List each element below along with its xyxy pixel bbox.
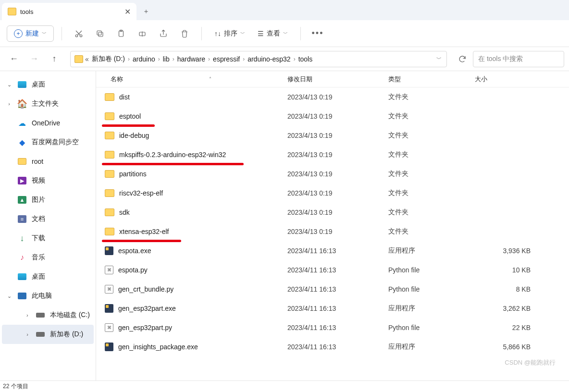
sidebar-item-label: 图片 bbox=[32, 196, 45, 204]
file-row[interactable]: riscv32-esp-elf 2023/4/13 0:19 文件夹 bbox=[96, 184, 569, 203]
breadcrumb-separator-icon: › bbox=[158, 56, 160, 62]
python-icon: ⌘ bbox=[105, 285, 113, 294]
sidebar-item[interactable]: ☁ OneDrive bbox=[2, 113, 94, 133]
sidebar-item[interactable]: ⌄ 此电脑 bbox=[2, 286, 94, 306]
file-row[interactable]: sdk 2023/4/13 0:19 文件夹 bbox=[96, 203, 569, 222]
file-name: gen_esp32part.py bbox=[118, 324, 172, 331]
sidebar-item[interactable]: ◆ 百度网盘同步空 bbox=[2, 133, 94, 152]
copy-icon[interactable] bbox=[91, 24, 109, 43]
file-type: 文件夹 bbox=[380, 189, 466, 197]
breadcrumb-segment[interactable]: arduino-esp32 bbox=[246, 55, 293, 63]
file-row[interactable]: esptool 2023/4/13 0:19 文件夹 bbox=[96, 107, 569, 126]
breadcrumb-segment[interactable]: tools bbox=[297, 55, 315, 63]
sidebar-item[interactable]: ⌄ 桌面 bbox=[2, 75, 94, 94]
file-date: 2023/4/11 16:13 bbox=[279, 266, 380, 274]
svg-rect-3 bbox=[97, 31, 101, 35]
chevron-icon: › bbox=[24, 331, 31, 337]
exe-icon bbox=[105, 343, 113, 351]
sort-button[interactable]: ↑↓ 排序 ﹀ bbox=[210, 29, 250, 38]
paste-icon[interactable] bbox=[112, 24, 130, 43]
current-tab[interactable]: tools ✕ bbox=[2, 3, 136, 20]
file-name: gen_crt_bundle.py bbox=[118, 285, 173, 293]
file-size: 8 KB bbox=[466, 285, 569, 293]
disk-icon bbox=[36, 330, 45, 339]
col-date[interactable]: 修改日期 bbox=[279, 75, 380, 84]
chevron-icon: ⌄ bbox=[6, 293, 12, 299]
file-row[interactable]: ⌘gen_crt_bundle.py 2023/4/11 16:13 Pytho… bbox=[96, 280, 569, 299]
sidebar-item[interactable]: ▲ 图片 bbox=[2, 190, 94, 209]
file-date: 2023/4/11 16:13 bbox=[279, 285, 380, 293]
pc-icon bbox=[17, 291, 27, 301]
new-button-label: 新建 bbox=[25, 29, 39, 38]
python-icon: ⌘ bbox=[105, 323, 113, 332]
file-row[interactable]: ide-debug 2023/4/13 0:19 文件夹 bbox=[96, 126, 569, 145]
sidebar-item[interactable]: ↓ 下载 bbox=[2, 229, 94, 248]
sidebar-item-label: 桌面 bbox=[32, 80, 45, 89]
delete-icon[interactable] bbox=[175, 24, 194, 43]
folder-icon bbox=[105, 189, 114, 197]
col-name[interactable]: 名称 ˄ bbox=[96, 75, 279, 84]
col-type[interactable]: 类型 bbox=[380, 75, 466, 84]
more-button[interactable]: ••• bbox=[309, 24, 327, 43]
sidebar-item-label: 下载 bbox=[32, 234, 45, 243]
breadcrumb-segment[interactable]: espressif bbox=[211, 55, 242, 63]
new-tab-button[interactable]: ＋ bbox=[136, 3, 156, 20]
status-bar: 22 个项目 bbox=[0, 380, 569, 392]
file-row[interactable]: gen_esp32part.exe 2023/4/11 16:13 应用程序 3… bbox=[96, 299, 569, 318]
breadcrumb-segment[interactable]: lib bbox=[161, 55, 172, 63]
share-icon[interactable] bbox=[154, 24, 173, 43]
image-icon: ▲ bbox=[17, 195, 27, 205]
file-name: gen_esp32part.exe bbox=[118, 305, 176, 312]
folder-icon bbox=[74, 55, 83, 63]
sidebar-item[interactable]: ▶ 视频 bbox=[2, 171, 94, 190]
col-size[interactable]: 大小 bbox=[466, 75, 569, 84]
breadcrumb-segment[interactable]: 新加卷 (D:) bbox=[90, 55, 127, 63]
view-button[interactable]: ☰ 查看 ﹀ bbox=[253, 29, 293, 38]
address-bar[interactable]: « 新加卷 (D:)›arduino›lib›hardware›espressi… bbox=[70, 51, 447, 67]
file-size: 10 KB bbox=[466, 266, 569, 274]
file-list: 名称 ˄ 修改日期 类型 大小 dist 2023/4/13 0:19 文件夹 … bbox=[96, 71, 569, 380]
sidebar-item-label: 新加卷 (D:) bbox=[50, 330, 83, 339]
file-row[interactable]: xtensa-esp32-elf 2023/4/13 0:19 文件夹 bbox=[96, 222, 569, 241]
breadcrumb-segment[interactable]: arduino bbox=[131, 55, 157, 63]
file-type: 应用程序 bbox=[380, 304, 466, 313]
close-tab-icon[interactable]: ✕ bbox=[124, 7, 131, 16]
file-type: 文件夹 bbox=[380, 227, 466, 236]
sidebar-item[interactable]: root bbox=[2, 152, 94, 171]
sidebar-item-label: OneDrive bbox=[32, 119, 60, 127]
sidebar-item[interactable]: › 新加卷 (D:) bbox=[2, 325, 94, 344]
search-input[interactable]: 在 tools 中搜索 bbox=[473, 51, 564, 67]
rename-icon[interactable] bbox=[133, 24, 151, 43]
file-row[interactable]: espota.exe 2023/4/11 16:13 应用程序 3,936 KB bbox=[96, 241, 569, 260]
sidebar-item[interactable]: 桌面 bbox=[2, 267, 94, 286]
sidebar-item[interactable]: ≡ 文档 bbox=[2, 209, 94, 229]
file-row[interactable]: mkspiffs-0.2.3-arduino-esp32-win32 2023/… bbox=[96, 145, 569, 164]
svg-rect-2 bbox=[99, 32, 103, 37]
up-button[interactable]: ↑ bbox=[45, 50, 63, 68]
file-row[interactable]: gen_insights_package.exe 2023/4/11 16:13… bbox=[96, 337, 569, 356]
file-row[interactable]: partitions 2023/4/13 0:19 文件夹 bbox=[96, 164, 569, 184]
sidebar-item[interactable]: ♪ 音乐 bbox=[2, 248, 94, 267]
sidebar: ⌄ 桌面› 🏠 主文件夹 ☁ OneDrive ◆ 百度网盘同步空 root ▶… bbox=[0, 71, 96, 380]
refresh-button[interactable] bbox=[454, 51, 471, 67]
sidebar-item-label: root bbox=[32, 158, 43, 165]
file-date: 2023/4/13 0:19 bbox=[279, 189, 380, 197]
cut-icon[interactable] bbox=[70, 24, 88, 43]
file-row[interactable]: ⌘gen_esp32part.py 2023/4/11 16:13 Python… bbox=[96, 318, 569, 337]
tab-strip: tools ✕ ＋ bbox=[0, 0, 569, 20]
sidebar-item-label: 主文件夹 bbox=[32, 99, 59, 108]
breadcrumb-segment[interactable]: hardware bbox=[175, 55, 207, 63]
folder-icon bbox=[8, 8, 16, 15]
file-name: esptool bbox=[119, 112, 141, 120]
sidebar-item[interactable]: › 🏠 主文件夹 bbox=[2, 94, 94, 113]
chevron-down-icon[interactable]: ﹀ bbox=[436, 55, 442, 62]
new-button[interactable]: + 新建 ﹀ bbox=[7, 25, 54, 42]
forward-button[interactable]: → bbox=[25, 50, 43, 68]
file-type: 文件夹 bbox=[380, 112, 466, 121]
file-row[interactable]: dist 2023/4/13 0:19 文件夹 bbox=[96, 87, 569, 107]
breadcrumb-separator-icon: › bbox=[294, 56, 296, 62]
music-icon: ♪ bbox=[17, 253, 27, 262]
file-row[interactable]: ⌘espota.py 2023/4/11 16:13 Python file 1… bbox=[96, 260, 569, 280]
sidebar-item[interactable]: › 本地磁盘 (C:) bbox=[2, 306, 94, 325]
back-button[interactable]: ← bbox=[5, 50, 23, 68]
